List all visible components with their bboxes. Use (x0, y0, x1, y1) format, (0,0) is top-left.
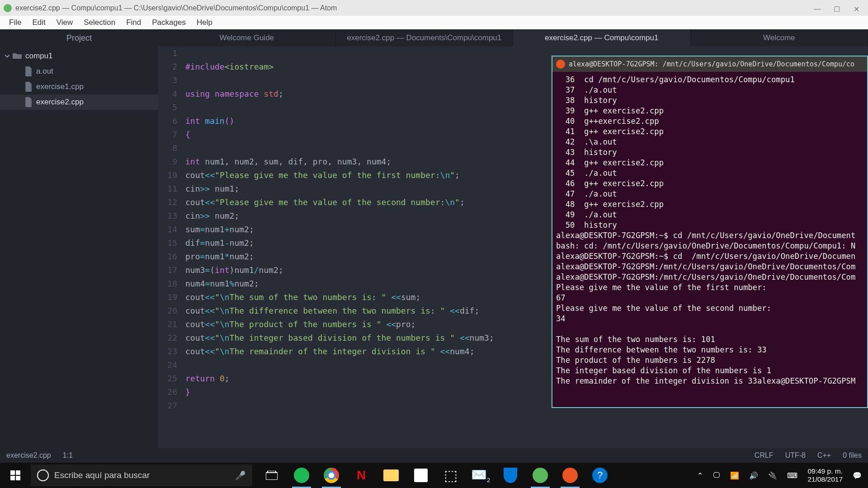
menu-view[interactable]: View (51, 16, 79, 29)
minimize-button[interactable]: — (814, 5, 820, 11)
chrome-icon (324, 468, 339, 483)
action-center-icon[interactable]: 💬 (853, 471, 862, 480)
folder-icon (383, 469, 399, 481)
search-placeholder: Escribe aquí para buscar (54, 470, 150, 480)
atom-icon (533, 468, 548, 483)
status-files-count[interactable]: 0 files (843, 451, 862, 460)
line-number-gutter: 12345 678910 1112131415 1617181920 21222… (158, 47, 184, 448)
tab-exercise2-compu[interactable]: exercise2.cpp — Compu\compu1 (513, 29, 691, 47)
terminal-output[interactable]: 36 cd /mnt/c/Users/gavio/Documentos/Comp… (552, 72, 867, 389)
tab-exercise2-documents[interactable]: exercise2.cpp — Documents\Compu\compu1 (336, 29, 514, 47)
file-icon (24, 82, 33, 92)
shield-icon (504, 468, 517, 483)
netflix-icon: N (357, 468, 366, 483)
help-icon: ? (592, 468, 608, 483)
file-name: exercise2.cpp (36, 98, 84, 107)
spotify-icon (294, 468, 309, 483)
status-encoding[interactable]: UTF-8 (785, 451, 806, 460)
tree-file-exercise2[interactable]: exercise2.cpp (0, 94, 158, 110)
tree-folder-root[interactable]: compu1 (0, 48, 158, 64)
taskbar-app-mail[interactable]: ✉️2 (466, 463, 495, 488)
menu-help[interactable]: Help (191, 16, 218, 29)
task-view-button[interactable] (257, 463, 287, 488)
tree-file-aout[interactable]: a.out (0, 64, 158, 79)
status-language[interactable]: C++ (817, 451, 831, 460)
windows-icon (10, 470, 20, 480)
tray-keyboard-icon[interactable]: ⌨ (787, 471, 797, 480)
sidebar-header: Project (0, 29, 158, 47)
taskbar-app-defender[interactable] (495, 463, 525, 488)
terminal-title-text: alexa@DESKTOP-7G2GPSM: /mnt/c/Users/gavi… (569, 57, 854, 71)
ubuntu-icon (556, 60, 565, 69)
project-sidebar: Project compu1 a.out exercise1.cpp exerc… (0, 29, 158, 448)
terminal-titlebar[interactable]: alexa@DESKTOP-7G2GPSM: /mnt/c/Users/gavi… (552, 56, 867, 72)
tray-screen-icon[interactable]: 🖵 (713, 471, 720, 479)
file-name: a.out (36, 67, 53, 76)
maximize-button[interactable]: ☐ (834, 5, 840, 11)
chevron-down-icon (5, 53, 10, 59)
file-icon (24, 97, 33, 108)
start-button[interactable] (0, 463, 31, 488)
status-eol[interactable]: CRLF (755, 451, 774, 460)
file-icon (24, 66, 33, 77)
tray-volume-icon[interactable]: 🔊 (749, 471, 758, 480)
taskbar-app-help[interactable]: ? (585, 463, 615, 488)
menu-packages[interactable]: Packages (146, 16, 191, 29)
mic-icon[interactable]: 🎤 (235, 470, 246, 481)
menu-edit[interactable]: Edit (27, 16, 51, 29)
clock-time: 09:49 p. m. (807, 467, 843, 475)
editor-tabs: Welcome Guide exercise2.cpp — Documents\… (158, 29, 868, 47)
svg-rect-2 (10, 476, 15, 480)
tray-wifi-icon[interactable]: 📶 (730, 471, 739, 480)
menu-bar: File Edit View Selection Find Packages H… (0, 16, 868, 29)
taskbar-app-ubuntu[interactable] (555, 463, 585, 488)
taskbar-app-store[interactable] (406, 463, 436, 488)
svg-rect-3 (16, 476, 20, 480)
taskbar-app-chrome[interactable] (316, 463, 346, 488)
windows-taskbar: Escribe aquí para buscar 🎤 N ⬚ ✉️2 ? ⌃ 🖵… (0, 463, 868, 488)
taskbar-app-dropbox[interactable]: ⬚ (436, 463, 466, 488)
taskbar-app-netflix[interactable]: N (346, 463, 376, 488)
tree-file-exercise1[interactable]: exercise1.cpp (0, 79, 158, 94)
atom-app-icon (4, 4, 12, 12)
menu-file[interactable]: File (4, 16, 27, 29)
window-titlebar: exercise2.cpp — Compu\compu1 — C:\Users\… (0, 0, 868, 16)
taskbar-search[interactable]: Escribe aquí para buscar 🎤 (31, 465, 252, 486)
menu-selection[interactable]: Selection (78, 16, 121, 29)
window-title: exercise2.cpp — Compu\compu1 — C:\Users\… (15, 4, 814, 12)
folder-name: compu1 (25, 52, 52, 61)
store-icon (414, 469, 428, 482)
code-editor[interactable]: 12345 678910 1112131415 1617181920 21222… (158, 47, 868, 448)
svg-rect-5 (268, 471, 276, 473)
tray-overflow-icon[interactable]: ⌃ (697, 471, 703, 480)
taskbar-clock[interactable]: 09:49 p. m. 21/08/2017 (807, 467, 843, 483)
cortana-icon (37, 469, 49, 481)
taskbar-app-spotify[interactable] (287, 463, 316, 488)
tab-welcome-guide[interactable]: Welcome Guide (158, 29, 336, 47)
status-bar: exercise2.cpp 1:1 CRLF UTF-8 C++ 0 files (0, 448, 868, 463)
folder-icon (13, 52, 22, 60)
svg-rect-1 (16, 470, 20, 475)
svg-rect-4 (266, 473, 278, 480)
task-view-icon (266, 471, 278, 480)
svg-rect-0 (10, 470, 15, 475)
taskbar-app-explorer[interactable] (376, 463, 406, 488)
tray-battery-icon[interactable]: 🔌 (768, 471, 777, 480)
menu-find[interactable]: Find (121, 16, 146, 29)
tab-welcome[interactable]: Welcome (691, 29, 868, 47)
terminal-window[interactable]: alexa@DESKTOP-7G2GPSM: /mnt/c/Users/gavi… (552, 56, 868, 408)
status-cursor-pos[interactable]: 1:1 (63, 451, 73, 460)
close-button[interactable]: ✕ (854, 5, 860, 11)
file-name: exercise1.cpp (36, 82, 84, 91)
ubuntu-icon (562, 468, 578, 483)
status-filename[interactable]: exercise2.cpp (6, 451, 51, 460)
dropbox-icon: ⬚ (444, 467, 458, 484)
clock-date: 21/08/2017 (807, 475, 843, 483)
taskbar-app-atom[interactable] (525, 463, 555, 488)
mail-icon: ✉️2 (471, 467, 490, 483)
